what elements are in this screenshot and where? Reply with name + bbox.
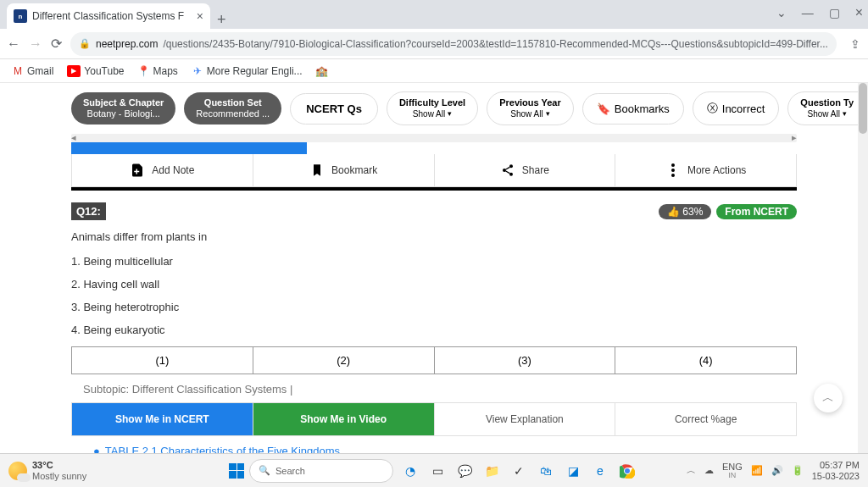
- back-button[interactable]: ←: [7, 36, 20, 52]
- explorer-icon[interactable]: 📁: [480, 459, 504, 483]
- source-badge: From NCERT: [716, 204, 797, 219]
- browser-tab[interactable]: n Different Classification Systems F ×: [7, 3, 210, 29]
- previous-year-pill[interactable]: Previous Year Show All▾: [487, 91, 574, 125]
- minimize-icon[interactable]: —: [802, 6, 814, 19]
- tab-title: Different Classification Systems F: [32, 10, 192, 22]
- reference-link-row: ●TABLE 2.1 Characteristics of the Five K…: [0, 436, 868, 453]
- scrollbar-thumb[interactable]: [859, 83, 867, 134]
- percentage-badge: 👍63%: [659, 204, 711, 219]
- tray-chevron-icon[interactable]: ︿: [687, 464, 696, 477]
- answer-grid: (1) (2) (3) (4): [71, 346, 797, 374]
- store-icon[interactable]: 🛍: [534, 459, 558, 483]
- show-video-button[interactable]: Show Me in Video: [253, 403, 435, 435]
- bookmark-misc[interactable]: 🏫: [316, 65, 328, 77]
- bookmark-icon: [309, 163, 325, 178]
- chat-icon[interactable]: 💬: [453, 459, 476, 483]
- bookmark-button[interactable]: Bookmark: [253, 154, 435, 186]
- app-icon[interactable]: ✓: [507, 459, 531, 483]
- bookmark-maps[interactable]: 📍Maps: [138, 65, 178, 77]
- start-button[interactable]: [229, 463, 244, 479]
- bookmark-youtube[interactable]: ▶YouTube: [67, 65, 124, 77]
- correct-percent-button[interactable]: Correct %age: [615, 403, 796, 435]
- more-actions-button[interactable]: More Actions: [615, 154, 796, 186]
- nav-bar: ← → ⟳ 🔒 neetprep.com /questions/2435-Bot…: [0, 29, 868, 59]
- question-stem: Animals differ from plants in: [71, 230, 797, 243]
- scroll-top-fab[interactable]: ︿: [814, 384, 843, 412]
- question-option: 1. Being multicellular: [71, 255, 797, 268]
- question-number: Q12:: [71, 202, 106, 220]
- add-note-button[interactable]: Add Note: [72, 154, 253, 186]
- chevron-down-icon[interactable]: ⌄: [776, 6, 787, 19]
- close-tab-icon[interactable]: ×: [197, 9, 203, 23]
- maps-icon: 📍: [138, 65, 150, 77]
- extension-icons: ⇪ ☆ ✦ ◧ ▮ ⋮: [845, 37, 868, 51]
- question-type-pill[interactable]: Question Ty Show All▾: [787, 91, 866, 125]
- note-plus-icon: [130, 163, 145, 178]
- question-option: 4. Being eukaryotic: [71, 324, 797, 336]
- taskbar-search[interactable]: 🔍Search: [249, 459, 393, 483]
- share-button[interactable]: Share: [435, 154, 616, 186]
- cloud-icon[interactable]: ☁: [704, 465, 714, 476]
- incorrect-pill[interactable]: ⓧIncorrect: [693, 91, 780, 125]
- bookmark-icon: 🔖: [597, 102, 610, 115]
- lock-icon: 🔒: [79, 38, 91, 49]
- question-option: 2. Having cell wall: [71, 278, 797, 291]
- bullet-icon: ●: [93, 445, 100, 453]
- maximize-icon[interactable]: ▢: [829, 6, 840, 19]
- url-path: /questions/2435-Botany/7910-Biological-C…: [163, 38, 828, 50]
- gmail-icon: M: [12, 65, 24, 77]
- url-domain: neetprep.com: [96, 38, 158, 50]
- table-link[interactable]: TABLE 2.1 Characteristics of the Five Ki…: [105, 445, 340, 453]
- misc-icon: 🏫: [316, 65, 328, 77]
- wifi-icon[interactable]: 📶: [751, 465, 763, 476]
- task-view-icon[interactable]: ▭: [426, 459, 449, 483]
- close-window-icon[interactable]: ×: [855, 5, 863, 20]
- question-action-bar: Add Note Bookmark Share More Actions: [71, 154, 797, 187]
- volume-icon[interactable]: 🔊: [771, 465, 783, 476]
- answer-choice-1[interactable]: (1): [72, 347, 253, 374]
- window-controls: ⌄ — ▢ ×: [776, 5, 863, 20]
- address-bar[interactable]: 🔒 neetprep.com /questions/2435-Botany/79…: [70, 32, 837, 56]
- difficulty-pill[interactable]: Difficulty Level Show All▾: [387, 91, 478, 125]
- tab-bar: n Different Classification Systems F × +…: [0, 0, 868, 29]
- new-tab-button[interactable]: +: [210, 11, 233, 29]
- show-ncert-button[interactable]: Show Me in NCERT: [72, 403, 253, 435]
- reload-button[interactable]: ⟳: [51, 36, 62, 52]
- question-set-pill[interactable]: Question Set Recommended ...: [184, 92, 281, 125]
- system-tray: ︿ ☁ ENGIN 📶 🔊 🔋 05:37 PM 15-03-2023: [687, 460, 860, 480]
- scroll-left-icon[interactable]: ◂: [71, 132, 76, 143]
- forward-button[interactable]: →: [29, 36, 42, 52]
- horizontal-scrollbar[interactable]: ◂ ▸: [71, 134, 797, 142]
- svg-point-2: [509, 164, 513, 168]
- answer-choice-2[interactable]: (2): [253, 347, 435, 374]
- subject-chapter-pill[interactable]: Subject & Chapter Botany - Biologi...: [71, 92, 175, 125]
- bookmark-english[interactable]: ✈More Regular Engli...: [192, 65, 303, 77]
- progress-strip: [71, 142, 307, 154]
- battery-icon[interactable]: 🔋: [792, 465, 804, 476]
- answer-choice-3[interactable]: (3): [435, 347, 616, 374]
- weather-widget[interactable]: 33°C Mostly sunny: [8, 460, 86, 480]
- scroll-right-icon[interactable]: ▸: [792, 132, 797, 143]
- kebab-icon: [665, 163, 681, 178]
- page-content: Subject & Chapter Botany - Biologi... Qu…: [0, 83, 868, 453]
- clock[interactable]: 05:37 PM 15-03-2023: [812, 460, 860, 480]
- svg-point-9: [625, 468, 630, 473]
- chrome-icon[interactable]: [615, 459, 639, 483]
- edge-icon[interactable]: e: [588, 459, 612, 483]
- bookmarks-pill[interactable]: 🔖Bookmarks: [582, 93, 684, 125]
- chevron-up-icon: ︿: [822, 390, 834, 406]
- x-circle-icon: ⓧ: [707, 101, 718, 116]
- answer-choice-4[interactable]: (4): [615, 347, 796, 374]
- copilot-icon[interactable]: ◔: [398, 459, 422, 483]
- bookmark-gmail[interactable]: MGmail: [12, 65, 53, 77]
- chevron-down-icon: ▾: [448, 109, 452, 119]
- view-explanation-button[interactable]: View Explanation: [435, 403, 616, 435]
- svg-point-3: [503, 169, 506, 172]
- svg-rect-1: [135, 171, 140, 173]
- share-page-icon[interactable]: ⇪: [850, 37, 860, 51]
- taskbar: 33°C Mostly sunny 🔍Search ◔ ▭ 💬 📁 ✓ 🛍 ◪ …: [0, 453, 868, 487]
- svg-point-4: [509, 173, 513, 176]
- cta-row: Show Me in NCERT Show Me in Video View E…: [71, 402, 797, 436]
- app2-icon[interactable]: ◪: [561, 459, 585, 483]
- ncert-qs-pill[interactable]: NCERT Qs: [290, 93, 378, 125]
